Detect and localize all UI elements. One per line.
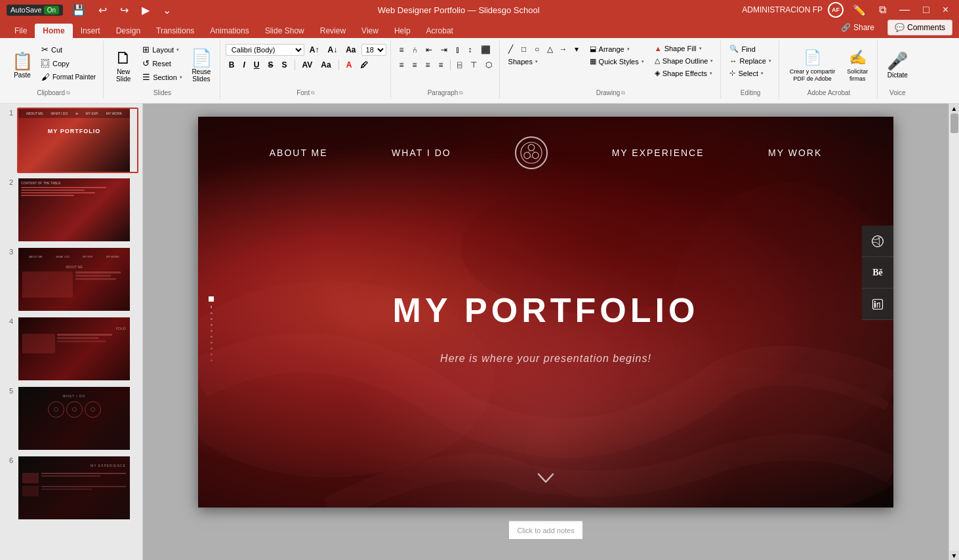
slide-thumb-4[interactable]: 4 FOLIO — [4, 316, 138, 382]
shape-oval[interactable]: ○ — [531, 43, 543, 55]
underline-button[interactable]: U — [251, 59, 263, 71]
quick-styles-button[interactable]: ▦ Quick Styles ▾ — [586, 56, 647, 67]
slide-image-5[interactable]: WHAT I DO ⬡ ⬡ ⬡ — [17, 386, 138, 451]
slide-thumb-6[interactable]: 6 MY EXPERIENCE — [4, 455, 138, 521]
section-button[interactable]: ☰ Section ▾ — [139, 71, 186, 83]
behance-button[interactable]: Bě — [862, 257, 893, 289]
align-text-button[interactable]: ⊤ — [467, 59, 480, 71]
tab-acrobat[interactable]: Acrobat — [418, 24, 461, 38]
decrease-indent-button[interactable]: ⇤ — [422, 44, 436, 56]
selection-handle[interactable] — [209, 296, 214, 302]
arrange-button[interactable]: ⬓ Arrange ▾ — [586, 43, 647, 54]
autosave-toggle[interactable]: AutoSave On — [7, 5, 63, 16]
copy-button[interactable]: ⿴ Copy — [38, 57, 99, 70]
shape-fill-button[interactable]: ▲ Shape Fill ▾ — [651, 43, 717, 54]
drawing-expand-icon[interactable]: ⧉ — [621, 90, 625, 96]
slide-image-6[interactable]: MY EXPERIENCE — [17, 455, 138, 521]
tab-animations[interactable]: Animations — [202, 24, 256, 38]
share-button[interactable]: 🔗 Share — [833, 20, 882, 35]
char-spacing-button[interactable]: AV — [299, 59, 316, 71]
scroll-up-button[interactable]: ▲ — [950, 104, 959, 113]
align-center-button[interactable]: ≡ — [409, 59, 420, 71]
tab-insert[interactable]: Insert — [73, 24, 108, 38]
strikethrough-button[interactable]: S — [265, 59, 277, 71]
italic-button[interactable]: I — [240, 59, 249, 71]
clear-format-button[interactable]: Aa — [342, 44, 359, 56]
tab-home[interactable]: Home — [35, 24, 72, 38]
tab-slideshow[interactable]: Slide Show — [257, 24, 312, 38]
present-button[interactable]: ▶ — [138, 3, 153, 18]
replace-button[interactable]: ↔ Replace ▾ — [726, 56, 774, 66]
tab-help[interactable]: Help — [386, 24, 418, 38]
font-color-button[interactable]: A — [343, 59, 356, 71]
layout-button[interactable]: ⊞ Layout ▾ — [139, 43, 186, 56]
line-spacing-button[interactable]: ↕ — [465, 44, 476, 56]
minimize-button[interactable]: — — [895, 3, 914, 17]
shape-line[interactable]: ╱ — [505, 43, 517, 55]
align-left-button[interactable]: ≡ — [396, 59, 407, 71]
align-right-button[interactable]: ≡ — [422, 59, 434, 71]
paste-button[interactable]: 📋 Paste — [8, 43, 37, 88]
canvas-area[interactable]: ABOUT ME WHAT I DO — [143, 104, 949, 560]
clipboard-expand-icon[interactable]: ⧉ — [66, 90, 70, 96]
tab-review[interactable]: Review — [312, 24, 354, 38]
columns-button[interactable]: ⫿ — [453, 44, 463, 56]
font-name-select[interactable]: Calibri (Body) — [226, 44, 304, 56]
highlight-button[interactable]: 🖊 — [357, 59, 371, 71]
find-button[interactable]: 🔍 Find — [726, 43, 774, 54]
create-pdf-button[interactable]: 📄 Crear y compartirPDF de Adobe — [785, 43, 841, 88]
text-direction-button[interactable]: ⌸ — [454, 59, 465, 71]
slide-image-4[interactable]: FOLIO — [17, 316, 138, 382]
vertical-scrollbar[interactable]: ▲ ▼ — [949, 104, 959, 560]
reuse-slides-button[interactable]: 📄 ReuseSlides — [187, 43, 216, 88]
scroll-thumb[interactable] — [950, 113, 958, 133]
convert-smartart-button[interactable]: ⬡ — [482, 59, 495, 71]
bullets-button[interactable]: ≡ — [396, 44, 407, 56]
shape-more[interactable]: ▾ — [571, 43, 582, 55]
new-slide-button[interactable]: 🗋 NewSlide — [109, 43, 138, 88]
pen-icon[interactable]: ✏️ — [849, 3, 870, 18]
undo-button[interactable]: ↩ — [94, 3, 111, 18]
save-button[interactable]: 💾 — [68, 3, 89, 18]
user-avatar[interactable]: AF — [828, 2, 844, 18]
cut-button[interactable]: ✂ Cut — [38, 43, 99, 56]
shape-triangle[interactable]: △ — [544, 43, 556, 55]
customize-button[interactable]: ⌄ — [159, 3, 175, 18]
restore-button[interactable]: ⧉ — [875, 3, 890, 17]
select-button[interactable]: ⊹ Select ▾ — [726, 68, 774, 79]
slide-thumb-2[interactable]: 2 CONTENT OF THE TABLE — [4, 177, 138, 243]
font-size-select[interactable]: 18 — [361, 44, 386, 56]
slide-thumb-3[interactable]: 3 ABOUT ME WHAT I DO MY EXP. MY WORK ABO… — [4, 247, 138, 312]
linkedin-button[interactable] — [862, 289, 893, 320]
redo-button[interactable]: ↪ — [116, 3, 133, 18]
slide-thumb-5[interactable]: 5 WHAT I DO ⬡ ⬡ — [4, 386, 138, 451]
slide-thumb-1[interactable]: 1 ABOUT ME WHAT I DO ⊗ MY EXP. MY WORK M… — [4, 108, 138, 173]
para-expand-icon[interactable]: ⧉ — [459, 90, 463, 96]
tab-file[interactable]: File — [7, 24, 35, 38]
slide-canvas[interactable]: ABOUT ME WHAT I DO — [198, 117, 893, 508]
justify-button[interactable]: ≡ — [436, 59, 447, 71]
shapes-button[interactable]: Shapes ▾ — [505, 56, 582, 67]
request-signatures-button[interactable]: ✍ Solicitarfirmas — [842, 43, 873, 88]
shadow-button[interactable]: S — [279, 59, 291, 71]
comments-button[interactable]: 💬 Comments — [888, 20, 952, 35]
smart-art-button[interactable]: ⬛ — [478, 44, 494, 56]
close-button[interactable]: × — [939, 3, 952, 17]
format-painter-button[interactable]: 🖌 Format Painter — [38, 71, 99, 83]
shape-outline-button[interactable]: △ Shape Outline ▾ — [651, 55, 717, 66]
tab-transitions[interactable]: Transitions — [148, 24, 202, 38]
dribbble-button[interactable] — [862, 226, 893, 257]
tab-view[interactable]: View — [354, 24, 386, 38]
scroll-down-button[interactable]: ▼ — [950, 551, 959, 560]
increase-indent-button[interactable]: ⇥ — [438, 44, 451, 56]
shape-effects-button[interactable]: ◈ Shape Effects ▾ — [651, 68, 717, 79]
font-size-decrease[interactable]: A↓ — [325, 44, 341, 56]
font-size-increase[interactable]: A↑ — [306, 44, 323, 56]
dictate-button[interactable]: 🎤 Dictate — [883, 43, 912, 88]
slide-image-3[interactable]: ABOUT ME WHAT I DO MY EXP. MY WORK ABOUT… — [17, 247, 138, 312]
notes-bar[interactable]: Click to add notes — [509, 521, 582, 539]
text-case-button[interactable]: Aa — [317, 59, 334, 71]
slide-image-1[interactable]: ABOUT ME WHAT I DO ⊗ MY EXP. MY WORK MY … — [17, 108, 138, 173]
font-expand-icon[interactable]: ⧉ — [311, 90, 315, 96]
reset-button[interactable]: ↺ Reset — [139, 57, 186, 70]
